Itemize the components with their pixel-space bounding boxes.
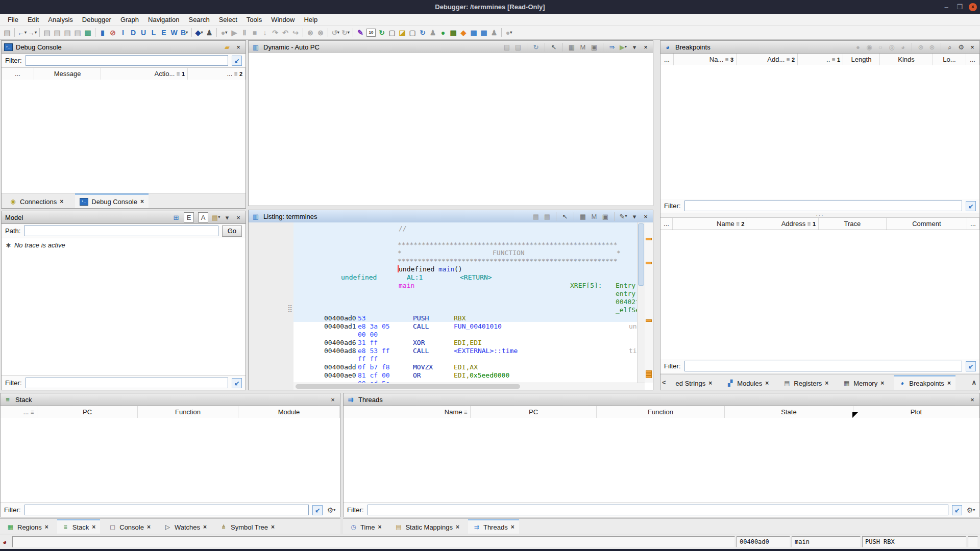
listing-field[interactable]: unde	[629, 322, 638, 330]
listing-field[interactable]: XOR	[413, 339, 425, 346]
listing-field[interactable]: e8 3a 05	[358, 322, 390, 330]
bookmark-marker[interactable]	[646, 319, 652, 322]
listing-header[interactable]: ▥ Listing: termmines ▤▤↖▦M▣✎▾▾×	[249, 210, 653, 223]
resume-icon[interactable]: ▶	[229, 28, 239, 38]
terminal-icon[interactable]: ›_	[80, 198, 88, 206]
listing-field[interactable]: CALL	[413, 347, 429, 355]
clear-filter-icon[interactable]: ↙	[232, 378, 242, 388]
time-back-icon[interactable]: ↺▾	[330, 28, 340, 38]
stack-body[interactable]	[1, 418, 340, 502]
tab-close-icon[interactable]: ×	[60, 198, 63, 205]
menu-select[interactable]: Select	[214, 15, 242, 24]
listing-field[interactable]: e8 53 ff	[358, 347, 390, 355]
close-icon[interactable]: ×	[641, 42, 650, 52]
column-header-misc[interactable]: ...≣	[1, 406, 37, 418]
filter-input[interactable]	[684, 201, 963, 211]
listing-field[interactable]: 31 ff	[358, 339, 378, 346]
listing-field[interactable]: 00402f00	[616, 298, 638, 306]
listing-field[interactable]: 53	[358, 314, 366, 322]
go-button[interactable]: Go	[222, 226, 242, 237]
nav-back-icon[interactable]: ←▾	[17, 28, 27, 38]
threads-header[interactable]: ⇉ Threads ×	[344, 393, 979, 406]
listing-field[interactable]: XREF[5]:	[570, 282, 602, 289]
tab-close-icon[interactable]: ×	[147, 523, 151, 531]
clipboard-icon[interactable]: ▤▾	[211, 213, 220, 222]
listing-field[interactable]: undefined	[341, 273, 377, 281]
step-last-icon[interactable]: ↪	[290, 28, 301, 38]
marker-d-icon[interactable]: D	[128, 28, 138, 38]
paste-link-icon[interactable]: ▥	[83, 28, 93, 38]
tab-scroll-left-icon[interactable]: <	[660, 375, 666, 390]
listing-row[interactable]: 00 ed 5e	[293, 379, 638, 383]
minimize-button[interactable]: –	[942, 3, 950, 11]
listing-row[interactable]: 00400ad053PUSHRBX	[293, 314, 638, 322]
window-icon[interactable]: ▢	[387, 28, 397, 38]
locations-table-body[interactable]	[660, 230, 979, 359]
column-header-lo[interactable]: Lo...	[933, 54, 966, 65]
listing-row[interactable]: *FUNCTION*	[293, 248, 638, 257]
tab-close-icon[interactable]: ×	[203, 523, 207, 531]
dropdown-arrow-icon[interactable]: ▾	[337, 31, 339, 35]
tab-close-icon[interactable]: ×	[947, 380, 951, 387]
tab-close-icon[interactable]: ×	[825, 380, 828, 387]
close-icon[interactable]: ×	[641, 212, 650, 221]
listing-field[interactable]: main	[438, 265, 454, 273]
edit-bytes-icon[interactable]: ▦	[567, 42, 576, 52]
listing-field[interactable]: 00400ad1	[324, 322, 356, 330]
column-header-misc[interactable]: ...	[966, 54, 979, 65]
column-header-misc[interactable]: ...	[2, 68, 34, 80]
dropdown-icon[interactable]: ▾	[223, 213, 232, 222]
tab-time[interactable]: ◷Time×	[345, 519, 386, 534]
listing-field[interactable]: time_	[629, 347, 638, 355]
time-forward-icon[interactable]: ↻▾	[340, 28, 351, 38]
stack-header[interactable]: ≡ Stack ×	[1, 393, 340, 406]
close-icon[interactable]: ×	[328, 395, 337, 404]
dropdown-icon[interactable]: ▾	[630, 42, 639, 52]
marker-l-icon[interactable]: L	[149, 28, 159, 38]
breakpoints-header[interactable]: ◕ Breakpoints ●◉○◎◕⊗⊗⌕⚙×	[660, 41, 979, 54]
enable-all-breakpoints-icon[interactable]: ◉	[865, 42, 874, 52]
menu-window[interactable]: Window	[266, 15, 299, 24]
dropdown-arrow-icon[interactable]: ▾	[625, 45, 627, 49]
marker-w-icon[interactable]: W	[169, 28, 179, 38]
step-into-icon[interactable]: ↓	[260, 28, 270, 38]
close-icon[interactable]: ×	[234, 42, 243, 52]
kill-icon[interactable]: ■	[250, 28, 260, 38]
copy-icon[interactable]: ▤	[42, 28, 52, 38]
clear-all-breakpoints-icon[interactable]: ⊗	[927, 42, 937, 52]
go-icon[interactable]: ●	[438, 28, 448, 38]
listing-field[interactable]: <EXTERNAL>::time	[454, 347, 518, 355]
menu-edit[interactable]: Edit	[23, 15, 43, 24]
open-trace-icon[interactable]: ◪	[397, 28, 407, 38]
listing-field[interactable]: FUNCTION	[493, 249, 525, 257]
filter-options-icon[interactable]: ⚙▾	[326, 505, 336, 515]
marker-e-icon[interactable]: E	[159, 28, 169, 38]
column-header-na[interactable]: Na...≣3	[674, 54, 737, 65]
listing-field[interactable]: 00400ad6	[324, 339, 356, 346]
dropdown-arrow-icon[interactable]: ▾	[225, 31, 227, 35]
close-icon[interactable]: ×	[968, 395, 977, 404]
watches-icon[interactable]: ▷	[164, 523, 172, 531]
attributes-icon[interactable]: A	[198, 212, 208, 222]
debugger-connect-icon[interactable]: ◆▾	[194, 28, 204, 38]
paste-icon[interactable]: ▤	[543, 212, 552, 221]
clear-filter-icon[interactable]: ↙	[952, 505, 962, 515]
column-header-name[interactable]: Name≣	[344, 406, 471, 418]
console-icon[interactable]: ▢	[109, 523, 116, 531]
listing-row[interactable]: undefined main()	[293, 265, 638, 273]
symbol-tree-icon[interactable]: ⋔	[220, 523, 228, 531]
edit-table-icon[interactable]: ▦	[578, 212, 587, 221]
filter-input[interactable]	[368, 505, 949, 515]
column-header-name[interactable]: Name≣2	[673, 218, 748, 230]
search-icon[interactable]: ⌕	[945, 42, 954, 52]
drag-handle-icon[interactable]: ⣿	[287, 304, 292, 312]
diagram-icon[interactable]: ⊞	[172, 213, 181, 222]
more-icon[interactable]: ●▾	[504, 28, 514, 38]
static-mappings-icon[interactable]: ▤	[395, 523, 402, 531]
disconnect-icon[interactable]: ⊗	[305, 28, 315, 38]
window-2-icon[interactable]: ▢	[407, 28, 418, 38]
listing-field[interactable]: //	[399, 224, 407, 232]
tab-close-icon[interactable]: ×	[708, 380, 712, 387]
filter-options-icon[interactable]: ⚙	[957, 42, 966, 52]
close-icon[interactable]: ×	[234, 213, 243, 222]
